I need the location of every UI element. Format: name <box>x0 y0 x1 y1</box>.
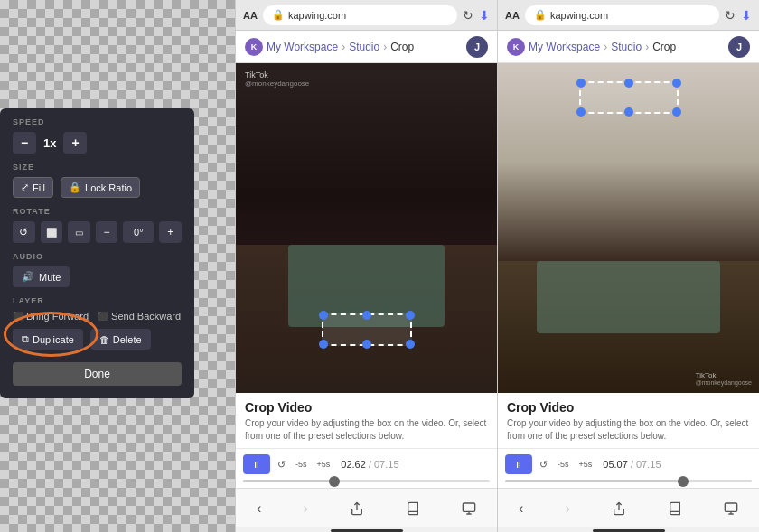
tiktok-logo-1: TikTok @monkeydangoose <box>245 70 309 88</box>
size-row: ⤢ Fill 🔒 Lock Ratio <box>13 177 182 198</box>
workspace-logo-1: K <box>245 38 263 56</box>
delete-icon: 🗑 <box>99 334 109 345</box>
progress-bar-2[interactable] <box>505 480 752 482</box>
address-bar-1[interactable]: 🔒 kapwing.com <box>263 5 457 25</box>
avatar-button-1[interactable]: J <box>466 36 488 58</box>
avatar-label-1: J <box>474 42 480 52</box>
plus5-button-1[interactable]: +5s <box>314 458 333 471</box>
delete-label: Delete <box>113 334 142 345</box>
minus5-button-1[interactable]: -5s <box>293 458 310 471</box>
lock-icon-2: 🔒 <box>534 9 547 21</box>
progress-fill-1 <box>243 480 334 482</box>
download-button-1[interactable]: ⬇ <box>479 8 490 23</box>
bring-forward-icon: ⬛ <box>13 312 23 321</box>
speed-plus-button[interactable]: + <box>63 132 87 154</box>
browsers-container: AA 🔒 kapwing.com ↻ ⬇ K My Workspace › St… <box>235 0 759 532</box>
avatar-button-2[interactable]: J <box>728 36 750 58</box>
share-nav-1[interactable] <box>350 501 364 516</box>
book-nav-1[interactable] <box>406 501 420 516</box>
crop-handle-bl-1[interactable] <box>319 340 328 349</box>
back-nav-2[interactable]: ‹ <box>519 500 523 517</box>
degree-input[interactable]: 0° <box>123 221 154 243</box>
download-button-2[interactable]: ⬇ <box>741 8 752 23</box>
breadcrumb-workspace-1[interactable]: My Workspace <box>267 41 338 53</box>
browser-bar-2: AA 🔒 kapwing.com ↻ ⬇ <box>498 0 759 31</box>
flip-h-button[interactable]: ⬜ <box>41 221 63 243</box>
rewind-button-2[interactable]: ↺ <box>537 457 550 472</box>
crop-handle-tm-1[interactable] <box>362 311 371 320</box>
rotate-left-button[interactable]: ↺ <box>13 221 35 243</box>
time-display-1: 02.62 / 07.15 <box>341 459 398 470</box>
left-panel: SPEED − 1x + SIZE ⤢ Fill 🔒 Lock Ratio RO… <box>0 108 194 398</box>
back-nav-1[interactable]: ‹ <box>257 500 261 517</box>
speed-label: SPEED <box>13 117 182 126</box>
speed-value: 1x <box>43 136 56 150</box>
crop-handle-tr-2[interactable] <box>672 79 681 88</box>
bottom-nav-1: ‹ › <box>236 488 497 527</box>
minus5-button-2[interactable]: -5s <box>555 458 572 471</box>
fill-label: Fill <box>33 182 45 193</box>
avatar-label-2: J <box>736 42 742 52</box>
share-nav-2[interactable] <box>612 501 626 516</box>
lock-ratio-button[interactable]: 🔒 Lock Ratio <box>61 177 140 198</box>
flip-v-button[interactable]: ▭ <box>68 221 90 243</box>
speed-minus-button[interactable]: − <box>13 132 36 154</box>
crop-handle-bm-2[interactable] <box>624 107 633 117</box>
pause-button-1[interactable]: ⏸ <box>243 454 270 474</box>
rewind-button-1[interactable]: ↺ <box>275 457 288 472</box>
send-backward-button[interactable]: ⬛ Send Backward <box>98 311 181 322</box>
action-row: ⧉ Duplicate 🗑 Delete <box>13 329 182 350</box>
playback-controls-1: ⏸ ↺ -5s +5s 02.62 / 07.15 <box>243 454 490 474</box>
download-nav-1[interactable] <box>462 501 476 516</box>
minus-icon: − <box>21 135 28 150</box>
pause-icon-1: ⏸ <box>252 460 261 470</box>
crop-handle-tl-1[interactable] <box>319 311 328 320</box>
crop-box-2[interactable] <box>579 81 679 114</box>
breadcrumb-studio-1[interactable]: Studio <box>349 41 380 53</box>
forward-nav-2[interactable]: › <box>565 500 569 517</box>
expand-icon: ⤢ <box>21 182 29 193</box>
crop-handle-bm-1[interactable] <box>362 340 371 349</box>
breadcrumb-studio-2[interactable]: Studio <box>611 41 642 53</box>
volume-icon: 🔊 <box>22 271 34 283</box>
progress-thumb-1[interactable] <box>329 476 340 487</box>
progress-bar-1[interactable] <box>243 480 490 482</box>
crop-handle-br-2[interactable] <box>672 107 681 117</box>
rotate-minus-button[interactable]: − <box>96 221 118 243</box>
rotate-plus-button[interactable]: + <box>159 221 182 243</box>
breadcrumb-crop-1: Crop <box>390 41 414 53</box>
progress-thumb-2[interactable] <box>678 476 689 487</box>
plus5-button-2[interactable]: +5s <box>576 458 595 471</box>
browser-actions-1: ↻ ⬇ <box>463 8 490 23</box>
forward-nav-1[interactable]: › <box>303 500 307 517</box>
crop-handle-br-1[interactable] <box>406 340 415 349</box>
domain-1: kapwing.com <box>288 10 346 21</box>
mute-button[interactable]: 🔊 Mute <box>13 266 70 287</box>
bottom-nav-2: ‹ › <box>498 488 759 527</box>
address-bar-2[interactable]: 🔒 kapwing.com <box>525 5 719 25</box>
fill-button[interactable]: ⤢ Fill <box>13 177 53 198</box>
download-nav-2[interactable] <box>724 501 738 516</box>
breadcrumb-crop-2: Crop <box>652 41 676 53</box>
bring-forward-button[interactable]: ⬛ Bring Forward <box>13 311 89 322</box>
audio-label: AUDIO <box>13 252 182 261</box>
tiktok-watermark-2: TikTok @monkeydangoose <box>696 371 752 386</box>
crop-handle-tm-2[interactable] <box>624 79 633 88</box>
delete-button[interactable]: 🗑 Delete <box>90 329 151 350</box>
book-nav-2[interactable] <box>668 501 682 516</box>
refresh-button-1[interactable]: ↻ <box>463 8 473 23</box>
crop-handle-tl-2[interactable] <box>576 79 586 88</box>
crop-desc-1: Crop your video by adjusting the box on … <box>245 417 488 443</box>
crop-handle-tr-1[interactable] <box>406 311 415 320</box>
done-button[interactable]: Done <box>13 362 182 386</box>
svg-rect-1 <box>725 503 736 511</box>
pause-button-2[interactable]: ⏸ <box>505 454 532 474</box>
crop-handle-bl-2[interactable] <box>576 107 586 117</box>
crop-box-1[interactable] <box>322 313 412 346</box>
playback-bar-2: ⏸ ↺ -5s +5s 05.07 / 07.15 <box>498 448 759 488</box>
breadcrumb-workspace-2[interactable]: My Workspace <box>529 41 600 53</box>
breadcrumb-bar-2: K My Workspace › Studio › Crop J <box>498 31 759 63</box>
duplicate-button[interactable]: ⧉ Duplicate <box>13 329 83 350</box>
playback-controls-2: ⏸ ↺ -5s +5s 05.07 / 07.15 <box>505 454 752 474</box>
refresh-button-2[interactable]: ↻ <box>725 8 736 23</box>
